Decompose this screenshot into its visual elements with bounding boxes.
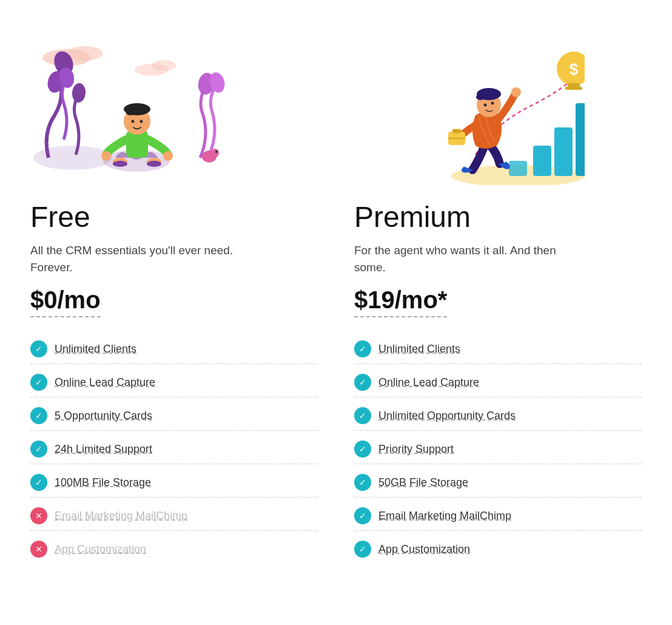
svg-point-3 [152, 60, 176, 71]
svg-point-1 [67, 46, 103, 61]
feature-label: 100MB File Storage [55, 476, 151, 489]
feature-label: Unlimited Opportunity Cards [378, 410, 516, 422]
list-item: ✓Email Marketing MailChimp [354, 501, 642, 531]
list-item: ✓Unlimited Clients [354, 334, 642, 364]
svg-text:$: $ [570, 60, 579, 78]
check-icon: ✓ [30, 474, 47, 491]
feature-label: Priority Support [378, 443, 454, 456]
svg-rect-37 [452, 129, 461, 133]
svg-point-13 [215, 150, 218, 153]
list-item: ✓Unlimited Opportunity Cards [354, 401, 642, 431]
svg-rect-29 [554, 127, 573, 176]
check-icon: ✓ [30, 374, 47, 391]
list-item: ✓Priority Support [354, 434, 642, 464]
premium-features-list: ✓Unlimited Clients✓Online Lead Capture✓U… [354, 334, 642, 564]
check-icon: ✓ [354, 340, 371, 357]
list-item: ✓App Customization [354, 535, 642, 564]
check-icon: ✓ [354, 441, 371, 458]
list-item: ✓100MB File Storage [30, 468, 318, 498]
free-plan-price: $0/mo [30, 286, 101, 317]
feature-label: Online Lead Capture [378, 376, 479, 389]
svg-point-18 [126, 108, 135, 115]
premium-plan-price: $19/mo* [354, 286, 447, 317]
check-icon: ✓ [354, 541, 371, 558]
feature-label: App Customization [378, 543, 470, 556]
svg-point-26 [140, 120, 143, 123]
free-plan: Free All the CRM essentials you'll ever … [12, 18, 336, 582]
svg-point-25 [132, 120, 135, 123]
free-illustration [30, 30, 318, 188]
list-item: ✕App Customization [30, 535, 318, 564]
svg-point-44 [476, 94, 485, 100]
check-icon: ✓ [30, 441, 47, 458]
svg-rect-28 [533, 146, 551, 176]
check-icon: ✓ [30, 340, 47, 357]
list-item: ✓5 Opportunity Cards [30, 401, 318, 431]
feature-label: 50GB File Storage [378, 476, 468, 489]
svg-rect-35 [565, 87, 582, 90]
svg-point-43 [491, 102, 494, 105]
list-item: ✓24h Limited Support [30, 434, 318, 464]
feature-label: 24h Limited Support [55, 443, 152, 456]
feature-label: App Customization [55, 543, 146, 556]
pricing-container: Free All the CRM essentials you'll ever … [0, 0, 672, 606]
feature-label: Unlimited Clients [55, 343, 136, 356]
feature-label: Email Marketing MailChimp [55, 510, 187, 522]
check-icon: ✓ [354, 407, 371, 424]
svg-point-8 [72, 83, 87, 103]
svg-rect-30 [576, 103, 585, 176]
list-item: ✓Unlimited Clients [30, 334, 318, 364]
svg-point-42 [484, 104, 487, 107]
feature-label: Online Lead Capture [55, 376, 155, 389]
free-plan-description: All the CRM essentials you'll ever need.… [30, 242, 237, 275]
premium-plan-title: Premium [354, 200, 642, 234]
list-item: ✓Online Lead Capture [30, 368, 318, 397]
check-icon: ✓ [30, 407, 47, 424]
cross-icon: ✕ [30, 507, 47, 524]
list-item: ✓Online Lead Capture [354, 368, 642, 397]
cross-icon: ✕ [30, 541, 47, 558]
list-item: ✓50GB File Storage [354, 468, 642, 498]
free-features-list: ✓Unlimited Clients✓Online Lead Capture✓5… [30, 334, 318, 564]
svg-point-23 [113, 161, 127, 167]
feature-label: Unlimited Clients [378, 343, 460, 356]
free-plan-title: Free [30, 200, 318, 234]
svg-point-39 [511, 87, 521, 97]
premium-plan: $ [336, 18, 660, 582]
feature-label: 5 Opportunity Cards [55, 410, 152, 422]
premium-plan-description: For the agent who wants it all. And then… [354, 242, 560, 275]
feature-label: Email Marketing MailChimp [378, 510, 511, 522]
check-icon: ✓ [354, 374, 371, 391]
check-icon: ✓ [354, 507, 371, 524]
svg-point-24 [147, 161, 161, 167]
list-item: ✕Email Marketing MailChimp [30, 501, 318, 531]
svg-point-12 [212, 149, 219, 157]
premium-illustration: $ [354, 30, 642, 188]
check-icon: ✓ [354, 474, 371, 491]
svg-point-20 [163, 151, 173, 161]
svg-rect-31 [509, 161, 527, 176]
svg-point-19 [101, 151, 111, 161]
